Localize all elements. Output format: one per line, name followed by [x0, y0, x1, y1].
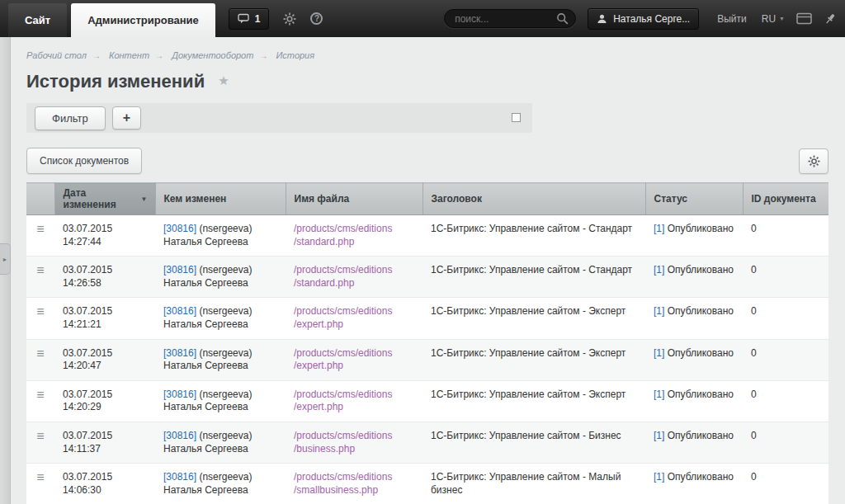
- user-id-link[interactable]: [30816]: [163, 430, 196, 441]
- notifications-button[interactable]: 1: [229, 8, 270, 30]
- breadcrumb-item[interactable]: Рабочий стол: [26, 50, 87, 60]
- row-status: [1] Опубликовано: [645, 464, 743, 504]
- breadcrumb-arrow-icon: →: [259, 51, 267, 60]
- file-link[interactable]: /products/cms/editions/standard.php: [294, 264, 414, 290]
- table-row[interactable]: ≡ 03.07.201514:27:44 [30816] (nsergeeva)…: [26, 215, 828, 257]
- filter-button[interactable]: Фильтр: [35, 106, 106, 130]
- row-file: /products/cms/editions/standard.php: [286, 215, 422, 257]
- row-menu-icon[interactable]: ≡: [36, 263, 44, 277]
- tab-site[interactable]: Сайт: [8, 3, 67, 37]
- logout-link[interactable]: Выйти: [717, 13, 747, 25]
- row-menu-icon[interactable]: ≡: [36, 429, 44, 443]
- user-id-link[interactable]: [30816]: [163, 223, 196, 234]
- file-link[interactable]: /products/cms/editions/smallbusiness.php: [294, 471, 414, 497]
- status-id-link[interactable]: [1]: [654, 430, 664, 441]
- tab-administration[interactable]: Администрирование: [71, 3, 215, 37]
- status-id-link[interactable]: [1]: [654, 264, 664, 276]
- table-row[interactable]: ≡ 03.07.201514:20:47 [30816] (nsergeeva)…: [26, 339, 828, 380]
- sidebar-expand-handle[interactable]: ►: [0, 243, 11, 275]
- table-row[interactable]: ≡ 03.07.201514:21:21 [30816] (nsergeeva)…: [26, 298, 828, 339]
- row-menu-icon[interactable]: ≡: [36, 346, 44, 360]
- user-id-link[interactable]: [30816]: [163, 389, 196, 400]
- user-id-link[interactable]: [30816]: [163, 264, 196, 276]
- column-header-menu: [26, 183, 54, 215]
- table-row[interactable]: ≡ 03.07.201514:26:58 [30816] (nsergeeva)…: [26, 257, 828, 298]
- row-author: [30816] (nsergeeva) Наталья Сергеева: [155, 422, 286, 463]
- breadcrumb-item[interactable]: История: [276, 50, 314, 60]
- breadcrumb-item[interactable]: Контент: [109, 50, 149, 60]
- row-date: 03.07.201514:26:58: [54, 257, 155, 298]
- top-panel: Сайт Администрирование 1 ? На: [0, 0, 845, 37]
- history-table: Дата изменения▼ Кем изменен Имя файла За…: [26, 182, 828, 504]
- status-id-link[interactable]: [1]: [654, 347, 664, 359]
- user-id-link[interactable]: [30816]: [163, 347, 196, 359]
- row-date: 03.07.201514:11:37: [54, 422, 155, 463]
- filter-collapse-icon[interactable]: [512, 113, 521, 122]
- column-header-doc-id[interactable]: ID документа: [743, 183, 828, 215]
- row-menu-icon[interactable]: ≡: [36, 222, 44, 236]
- pin-icon[interactable]: [824, 12, 837, 26]
- file-link[interactable]: /products/cms/editions/business.php: [294, 430, 414, 455]
- row-date: 03.07.201514:06:30: [54, 464, 155, 504]
- chevron-down-icon: ▼: [779, 16, 785, 21]
- grid-settings-button[interactable]: [799, 148, 828, 174]
- row-title: 1С-Битрикс: Управление сайтом - Малый би…: [422, 464, 645, 504]
- file-link[interactable]: /products/cms/editions/expert.php: [294, 389, 414, 414]
- column-header-author[interactable]: Кем изменен: [155, 183, 286, 215]
- file-link[interactable]: /products/cms/editions/standard.php: [294, 223, 414, 248]
- column-header-title[interactable]: Заголовок: [422, 183, 645, 215]
- column-header-status[interactable]: Статус: [645, 183, 743, 215]
- row-menu-icon[interactable]: ≡: [36, 304, 44, 318]
- favorite-star-icon[interactable]: ★: [218, 73, 229, 87]
- desktop-icon[interactable]: [796, 12, 812, 25]
- status-id-link[interactable]: [1]: [654, 389, 664, 400]
- row-doc-id: 0: [743, 380, 828, 422]
- notification-count: 1: [255, 13, 261, 25]
- status-id-link[interactable]: [1]: [654, 305, 664, 317]
- status-id-link[interactable]: [1]: [654, 471, 664, 483]
- column-header-date[interactable]: Дата изменения▼: [54, 183, 155, 215]
- row-title: 1С-Битрикс: Управление сайтом - Стандарт: [422, 215, 645, 257]
- row-file: /products/cms/editions/standard.php: [286, 257, 422, 298]
- notifications-icon: [238, 13, 249, 24]
- row-author: [30816] (nsergeeva) Наталья Сергеева: [155, 298, 286, 339]
- file-link[interactable]: /products/cms/editions/expert.php: [294, 305, 414, 331]
- sort-desc-icon: ▼: [141, 195, 148, 203]
- gear-icon[interactable]: [283, 12, 296, 26]
- status-id-link[interactable]: [1]: [654, 223, 664, 234]
- user-menu-button[interactable]: Наталья Серге...: [588, 8, 699, 30]
- table-row[interactable]: ≡ 03.07.201514:11:37 [30816] (nsergeeva)…: [26, 422, 828, 463]
- row-menu-icon[interactable]: ≡: [36, 470, 44, 484]
- search-icon[interactable]: [556, 12, 569, 25]
- file-link[interactable]: /products/cms/editions/expert.php: [294, 347, 414, 373]
- row-file: /products/cms/editions/smallbusiness.php: [286, 464, 422, 504]
- row-title: 1С-Битрикс: Управление сайтом - Эксперт: [422, 339, 645, 380]
- help-icon[interactable]: ?: [310, 12, 323, 25]
- row-status: [1] Опубликовано: [645, 257, 743, 298]
- tab-document-list[interactable]: Список документов: [26, 148, 142, 174]
- history-grid: Дата изменения▼ Кем изменен Имя файла За…: [26, 182, 828, 504]
- bitrix-admin-page: Сайт Администрирование 1 ? На: [0, 0, 845, 504]
- breadcrumb-segment: Рабочий стол→: [26, 50, 106, 60]
- row-menu-cell: ≡: [26, 257, 54, 298]
- table-row[interactable]: ≡ 03.07.201514:20:29 [30816] (nsergeeva)…: [26, 380, 828, 422]
- row-date: 03.07.201514:20:29: [54, 380, 155, 422]
- language-label: RU: [762, 13, 776, 25]
- breadcrumb-arrow-icon: →: [155, 51, 163, 60]
- breadcrumb-item[interactable]: Документооборот: [172, 50, 253, 60]
- row-doc-id: 0: [743, 298, 828, 339]
- grid-gear-icon: [808, 155, 820, 167]
- add-filter-button[interactable]: +: [112, 106, 141, 130]
- page-title: История изменений: [26, 71, 205, 92]
- user-icon: [597, 13, 607, 24]
- row-status: [1] Опубликовано: [645, 339, 743, 380]
- search-box: [444, 9, 576, 28]
- language-selector[interactable]: RU ▼: [762, 13, 785, 25]
- row-doc-id: 0: [743, 257, 828, 298]
- table-row[interactable]: ≡ 03.07.201514:06:30 [30816] (nsergeeva)…: [26, 464, 828, 504]
- topbar-icon-group: 1 ?: [229, 8, 323, 30]
- row-menu-icon[interactable]: ≡: [36, 388, 44, 402]
- user-id-link[interactable]: [30816]: [163, 305, 196, 317]
- user-id-link[interactable]: [30816]: [163, 471, 196, 483]
- column-header-file[interactable]: Имя файла: [286, 183, 422, 215]
